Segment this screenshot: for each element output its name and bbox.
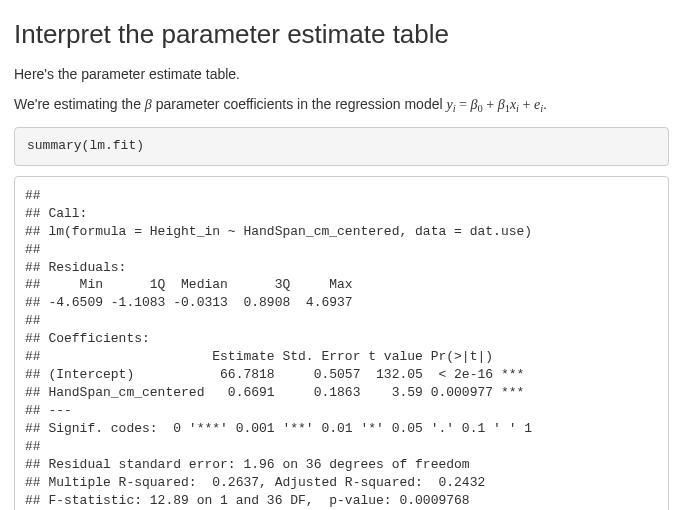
text-prefix: We're estimating the	[14, 96, 145, 112]
model-description: We're estimating the β parameter coeffic…	[14, 95, 669, 117]
text-suffix: .	[543, 96, 547, 112]
eq-b1: β	[498, 97, 505, 112]
intro-text: Here's the parameter estimate table.	[14, 65, 669, 85]
eq-b0: β	[471, 97, 478, 112]
eq-plus2: +	[519, 97, 534, 112]
text-mid: parameter coefficients in the regression…	[152, 96, 447, 112]
eq-equals: =	[456, 97, 471, 112]
r-code-input[interactable]: summary(lm.fit)	[14, 127, 669, 167]
regression-equation: yi = β0 + β1xi + ei	[446, 97, 543, 112]
eq-plus1: +	[483, 97, 498, 112]
beta-symbol: β	[145, 97, 152, 112]
r-code-output: ## ## Call: ## lm(formula = Height_in ~ …	[14, 176, 669, 510]
section-heading: Interpret the parameter estimate table	[14, 16, 669, 53]
